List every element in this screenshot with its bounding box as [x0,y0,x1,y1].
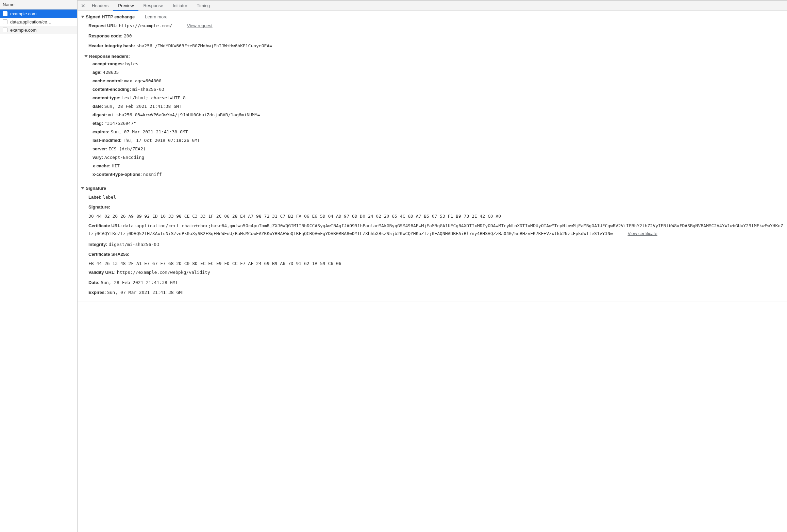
learn-more-link[interactable]: Learn more [145,14,167,19]
response-header-key: x-cache: [93,163,112,168]
document-icon [3,11,7,16]
response-header-value: ECS (dcb/7EA2) [108,146,146,151]
sxg-response-code: 200 [124,33,132,38]
close-icon[interactable]: ✕ [79,3,87,9]
response-header-key: accept-ranges: [93,61,125,66]
response-header-key: date: [93,104,104,109]
response-header-row: cache-control: max-age=604800 [93,77,784,85]
chevron-down-icon [81,187,84,189]
chevron-down-icon [81,16,84,18]
request-row-label: example.com [10,28,36,33]
requests-sidebar: Name example.comdata:application/ce…exam… [0,0,78,532]
response-header-value: max-age=604800 [124,78,162,83]
request-row[interactable]: data:application/ce… [0,18,77,26]
sxg-request-url-label: Request URL: [88,23,118,28]
response-header-row: etag: "3147526947" [93,119,784,128]
sig-signature-label: Signature: [88,204,110,210]
sig-signature-value: 30 44 02 20 26 A9 89 92 ED 10 33 98 CE C… [81,212,784,220]
chevron-down-icon [84,55,88,57]
sig-integrity-value: digest/mi-sha256-03 [108,242,159,247]
response-header-row: date: Sun, 28 Feb 2021 21:41:38 GMT [93,102,784,111]
view-certificate-link[interactable]: View certificate [627,231,657,236]
response-headers-disclosure[interactable]: Response headers: [81,51,784,60]
sig-cert-url-label: Certificate URL: [88,223,122,228]
sig-validity-url-label: Validity URL: [88,270,116,275]
response-header-value: Sun, 07 Mar 2021 21:41:38 GMT [111,129,188,134]
response-header-value: 428635 [103,70,119,75]
sig-expires-value: Sun, 07 Mar 2021 21:41:38 GMT [107,290,184,295]
sig-label-label: Label: [88,195,101,200]
sxg-header-integrity-label: Header integrity hash: [88,43,135,48]
sig-label-value: label [103,195,116,200]
response-header-key: x-content-type-options: [93,172,143,177]
requests-list: example.comdata:application/ce…example.c… [0,10,77,532]
response-header-value: Accept-Encoding [104,155,144,160]
response-header-value: nosniff [143,172,162,177]
response-headers-title: Response headers: [89,54,130,59]
sxg-request-url: https://example.com/ [119,23,172,28]
document-icon [3,28,7,32]
response-header-row: digest: mi-sha256-03=kcwVP6aOwYmA/j9JbUU… [93,111,784,119]
response-header-row: last-modified: Thu, 17 Oct 2019 07:18:26… [93,136,784,145]
response-header-value: bytes [125,61,138,66]
tab-initiator[interactable]: Initiator [168,1,192,11]
tab-response[interactable]: Response [138,1,168,11]
sig-cert-sha-label: Certificate SHA256: [88,252,130,257]
sig-date-value: Sun, 28 Feb 2021 21:41:38 GMT [101,280,178,285]
signature-title: Signature [86,186,106,191]
sig-expires-label: Expires: [88,290,106,295]
signature-section: Signature Label: label Signature: 30 44 … [78,182,787,301]
sxg-response-code-label: Response code: [88,33,122,38]
response-header-row: x-content-type-options: nosniff [93,170,784,179]
sig-date-label: Date: [88,280,100,285]
response-header-key: expires: [93,129,111,134]
response-header-value: text/html; charset=UTF-8 [122,95,186,100]
response-header-row: x-cache: HIT [93,162,784,170]
sxg-section: Signed HTTP exchange Learn more Request … [78,11,787,182]
response-header-key: last-modified: [93,138,123,143]
sxg-title: Signed HTTP exchange [86,14,135,19]
sxg-disclosure[interactable]: Signed HTTP exchange [81,14,135,19]
request-row-label: example.com [10,11,36,16]
response-header-key: server: [93,146,108,151]
response-headers-list: accept-ranges: bytesage: 428635cache-con… [81,60,784,179]
sidebar-header-name[interactable]: Name [0,0,77,10]
response-header-value: mi-sha256-03 [132,87,164,92]
details-panel: ✕ Headers Preview Response Initiator Tim… [78,0,787,532]
request-row[interactable]: example.com [0,10,77,18]
document-icon [3,19,7,24]
view-request-link[interactable]: View request [187,23,213,28]
response-header-row: server: ECS (dcb/7EA2) [93,145,784,153]
sig-cert-url-value: data:application/cert-chain+cbor;base64,… [88,223,783,236]
response-header-key: etag: [93,121,104,126]
tab-timing[interactable]: Timing [192,1,215,11]
response-header-value: mi-sha256-03=kcwVP6aOwYmA/j9JbUU0GbuiZdn… [108,112,260,117]
sxg-header-integrity: sha256-/IWdYDKW663F+eRGZMdhwjEhIJW+Hw6hK… [136,43,272,48]
response-header-key: age: [93,70,103,75]
signature-disclosure[interactable]: Signature [81,186,106,191]
response-header-key: cache-control: [93,78,124,83]
response-header-row: expires: Sun, 07 Mar 2021 21:41:38 GMT [93,128,784,136]
response-header-row: age: 428635 [93,68,784,77]
response-header-key: content-encoding: [93,87,132,92]
response-header-value: Thu, 17 Oct 2019 07:18:26 GMT [123,138,200,143]
response-header-key: vary: [93,155,104,160]
response-header-value: "3147526947" [104,121,136,126]
response-header-row: content-type: text/html; charset=UTF-8 [93,94,784,102]
sig-cert-sha-value: FB 44 26 13 48 2F A1 E7 67 F7 68 2D C0 8… [81,260,784,267]
response-header-row: accept-ranges: bytes [93,60,784,68]
request-row[interactable]: example.com [0,26,77,34]
response-header-row: content-encoding: mi-sha256-03 [93,85,784,94]
response-header-row: vary: Accept-Encoding [93,153,784,162]
sig-validity-url-value: https://example.com/webpkg/validity [117,270,210,275]
response-header-value: Sun, 28 Feb 2021 21:41:38 GMT [104,104,182,109]
request-row-label: data:application/ce… [10,19,51,24]
tab-preview[interactable]: Preview [113,1,138,11]
details-tabs: Headers Preview Response Initiator Timin… [87,1,215,11]
details-topbar: ✕ Headers Preview Response Initiator Tim… [78,1,787,11]
response-header-key: digest: [93,112,108,117]
preview-content[interactable]: Signed HTTP exchange Learn more Request … [78,11,787,532]
tab-headers[interactable]: Headers [87,1,113,11]
sig-integrity-label: Integrity: [88,242,107,247]
response-header-value: HIT [112,163,119,168]
